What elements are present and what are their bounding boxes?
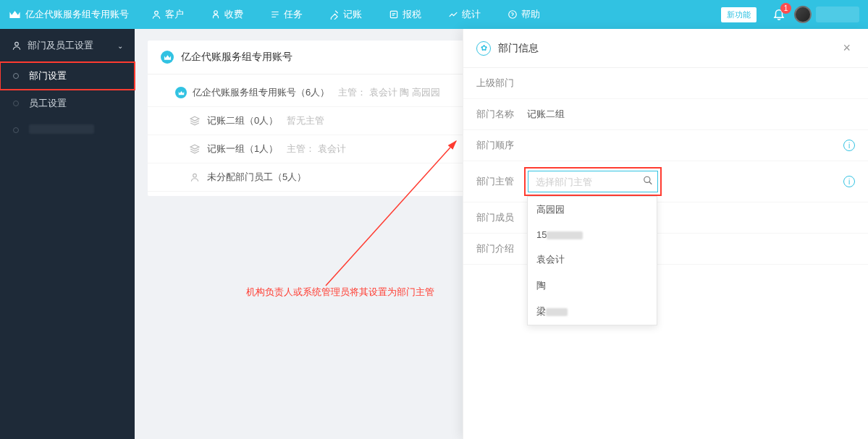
nav-task[interactable]: 任务 <box>256 0 316 29</box>
nav-label: 帮助 <box>521 8 540 21</box>
brand: 亿企代账服务组专用账号 <box>0 8 138 21</box>
info-icon[interactable]: i <box>843 140 855 151</box>
panel-header: ✿ 部门信息 × <box>463 29 868 68</box>
user-menu[interactable] <box>816 7 859 22</box>
ledger-icon <box>329 9 340 20</box>
tree-row-text: 记账二组（0人） <box>207 114 278 127</box>
field-intro: 部门介绍 <box>463 234 868 265</box>
notification-bell[interactable]: 1 <box>772 7 785 22</box>
sidebar-item-label: 员工设置 <box>29 98 67 108</box>
tree-row-text: 亿企代账服务组专用账号（6人） <box>193 86 329 99</box>
person-icon <box>12 41 22 51</box>
svg-point-4 <box>15 42 19 46</box>
sidebar-item-label <box>29 124 94 134</box>
new-feature-badge[interactable]: 新功能 <box>721 7 757 22</box>
nav-label: 统计 <box>462 8 481 21</box>
nav-help[interactable]: 帮助 <box>494 0 553 29</box>
customer-icon <box>151 9 161 20</box>
svg-point-0 <box>154 11 158 14</box>
tree-row-text: 记账一组（1人） <box>207 142 278 155</box>
svg-point-5 <box>193 174 197 177</box>
field-label: 部门名称 <box>476 108 527 121</box>
crown-icon <box>175 87 187 98</box>
dropdown-item[interactable]: 高园园 <box>528 197 657 223</box>
supervisor-dropdown: 高园园 15 袁会计 陶 梁 <box>527 196 657 325</box>
help-icon <box>507 9 518 20</box>
field-label: 部门主管 <box>476 175 527 188</box>
notification-count: 1 <box>780 3 791 14</box>
svg-rect-2 <box>390 11 397 17</box>
nav-fee[interactable]: 收费 <box>197 0 256 29</box>
field-supervisor: 部门主管 高园园 15 袁会计 陶 梁 i <box>463 161 868 203</box>
sidebar-item-department[interactable]: 部门设置 <box>0 62 135 90</box>
tree-row-text: 未分配部门员工（5人） <box>207 171 306 184</box>
crown-icon <box>161 51 174 64</box>
dropdown-item[interactable]: 袁会计 <box>528 247 657 273</box>
field-parent: 上级部门 <box>463 68 868 99</box>
svg-point-1 <box>214 11 217 14</box>
department-icon: ✿ <box>476 41 491 56</box>
supervisor-input[interactable] <box>528 171 658 192</box>
field-label: 部门介绍 <box>476 242 527 255</box>
top-navbar: 亿企代账服务组专用账号 客户 收费 任务 记账 报税 统计 帮助 新功能 1 <box>0 0 868 29</box>
chevron-down-icon: ⌄ <box>117 42 123 50</box>
fee-icon <box>210 9 221 20</box>
sidebar-item-hidden[interactable] <box>0 117 135 143</box>
field-members: 部门成员 <box>463 203 868 234</box>
svg-point-7 <box>644 176 650 182</box>
close-button[interactable]: × <box>838 39 855 57</box>
panel-title: 部门信息 <box>498 42 539 55</box>
crown-icon <box>9 9 21 20</box>
nav-label: 客户 <box>165 8 184 21</box>
dropdown-item[interactable]: 15 <box>528 223 657 247</box>
info-icon[interactable]: i <box>843 176 855 187</box>
nav-tax[interactable]: 报税 <box>375 0 434 29</box>
field-label: 部门成员 <box>476 211 527 224</box>
stack-icon <box>190 116 201 126</box>
stack-icon <box>190 144 201 154</box>
brand-title: 亿企代账服务组专用账号 <box>25 8 129 21</box>
field-value: 记账二组 <box>527 108 855 121</box>
tree-row-meta: 主管： 袁会计 <box>287 142 346 155</box>
person-icon <box>190 172 201 182</box>
stats-icon <box>447 9 458 20</box>
sidebar-group-label: 部门及员工设置 <box>28 39 93 52</box>
dropdown-item[interactable]: 陶 <box>528 273 657 299</box>
sidebar: 部门及员工设置 ⌄ 部门设置 员工设置 <box>0 29 135 439</box>
nav-stats[interactable]: 统计 <box>434 0 494 29</box>
field-name: 部门名称 记账二组 <box>463 99 868 130</box>
search-icon[interactable] <box>643 176 653 188</box>
nav-ledger[interactable]: 记账 <box>316 0 375 29</box>
tree-row-meta: 主管： 袁会计 陶 高园园 <box>338 86 440 99</box>
field-label: 部门顺序 <box>476 139 527 152</box>
task-icon <box>269 9 280 20</box>
tax-icon <box>388 9 399 20</box>
tree-row-meta: 暂无主管 <box>287 114 324 127</box>
nav-label: 任务 <box>284 8 303 21</box>
nav-label: 收费 <box>224 8 243 21</box>
sidebar-item-label: 部门设置 <box>29 70 67 81</box>
sidebar-group-toggle[interactable]: 部门及员工设置 ⌄ <box>0 29 135 62</box>
field-label: 上级部门 <box>476 77 527 90</box>
avatar[interactable] <box>794 6 812 23</box>
department-info-panel: ✿ 部门信息 × 上级部门 部门名称 记账二组 部门顺序 i 部门主管 高园园 <box>463 29 868 439</box>
nav-customer[interactable]: 客户 <box>138 0 197 29</box>
card-title: 亿企代账服务组专用账号 <box>181 51 292 64</box>
supervisor-select: 高园园 15 袁会计 陶 梁 <box>527 170 659 193</box>
field-order: 部门顺序 i <box>463 130 868 161</box>
nav-label: 记账 <box>343 8 362 21</box>
sidebar-item-employee[interactable]: 员工设置 <box>0 90 135 117</box>
nav-label: 报税 <box>403 8 421 21</box>
dropdown-item[interactable]: 梁 <box>528 299 657 325</box>
